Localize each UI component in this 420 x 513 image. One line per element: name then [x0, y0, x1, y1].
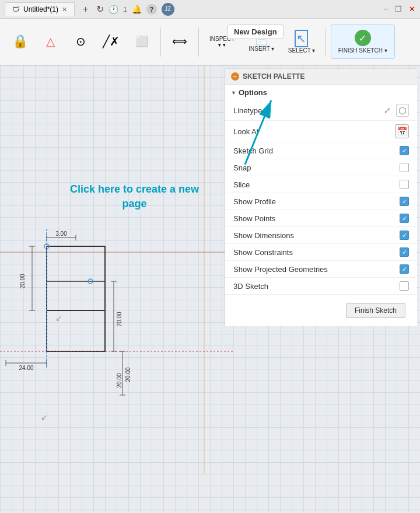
click-here-annotation: Click here to create a new page	[70, 182, 199, 211]
triangle-icon: △	[46, 34, 55, 48]
close-btn[interactable]: ✕	[409, 5, 415, 13]
linetype-label: Linetype	[233, 106, 262, 115]
svg-text:20.00: 20.00	[116, 373, 123, 388]
linetype-icon-1[interactable]: ⤢	[381, 104, 394, 117]
show-points-checkbox[interactable]: ✓	[400, 214, 409, 223]
snap-checkbox[interactable]	[400, 163, 409, 172]
options-section-header[interactable]: ▼ Options	[225, 85, 417, 100]
minimize-btn[interactable]: −	[383, 5, 388, 13]
3d-sketch-control[interactable]	[400, 281, 409, 291]
tooltip-popup: New Design	[228, 25, 284, 39]
rect-btn[interactable]: ⬜	[128, 32, 156, 53]
palette-row-3d-sketch: 3D Sketch	[225, 278, 417, 294]
rect-icon: ⬜	[135, 35, 148, 48]
show-points-label: Show Points	[233, 214, 275, 223]
triangle-btn[interactable]: △	[36, 31, 64, 53]
tab-untitled[interactable]: 🛡 Untitled*(1) ✕	[5, 2, 75, 16]
bell-icon[interactable]: 🔔	[132, 5, 142, 14]
snap-label: Snap	[233, 163, 251, 172]
title-bar: 🛡 Untitled*(1) ✕ + ↻ 🕐 1 🔔 ? JZ − ❐ ✕	[0, 0, 420, 19]
show-profile-checkbox[interactable]: ✓	[400, 197, 409, 206]
palette-row-look-at: Look At 📅	[225, 121, 417, 142]
show-profile-control[interactable]: ✓	[400, 197, 409, 206]
slice-control[interactable]	[400, 180, 409, 189]
measure-btn[interactable]: ⟺	[166, 32, 194, 53]
show-constraints-label: Show Constraints	[233, 248, 293, 257]
tab-icon: 🛡	[12, 5, 20, 14]
3d-sketch-label: 3D Sketch	[233, 282, 268, 291]
show-dimensions-checkbox[interactable]: ✓	[400, 231, 409, 240]
show-constraints-checkbox[interactable]: ✓	[400, 247, 409, 257]
finish-sketch-chevron-icon: ▾	[384, 47, 387, 54]
line-btn[interactable]: ╱✗	[97, 31, 125, 53]
select-label: SELECT ▾	[288, 47, 315, 54]
sketch-grid-checkbox[interactable]: ✓	[400, 146, 409, 155]
finish-sketch-label: FINISH SKETCH ▾	[338, 47, 387, 54]
finish-sketch-toolbar-btn[interactable]: ✓ FINISH SKETCH ▾	[331, 25, 395, 59]
look-at-control[interactable]: 📅	[395, 124, 409, 138]
show-projected-control[interactable]: ✓	[400, 264, 409, 274]
palette-row-show-constraints: Show Constraints ✓	[225, 244, 417, 261]
help-icon[interactable]: ?	[146, 4, 157, 15]
palette-footer: Finish Sketch	[225, 294, 417, 326]
palette-section-options: ▼ Options Linetype ⤢ ⬡ Look At 📅 Sk	[225, 85, 417, 294]
show-dimensions-label: Show Dimensions	[233, 231, 294, 240]
circle-btn[interactable]: ⊙	[66, 31, 94, 53]
show-points-control[interactable]: ✓	[400, 214, 409, 223]
circle-icon: ⊙	[76, 34, 86, 48]
svg-text:20.00: 20.00	[116, 312, 123, 326]
snap-control[interactable]	[400, 163, 409, 172]
toolbar-group-mid: ⟺	[166, 32, 194, 53]
toolbar: New Design 🔒 △ ⊙ ╱✗ ⬜ ⟺ INSPECT ▾ 📄	[0, 19, 420, 65]
tooltip-text: New Design	[234, 27, 277, 36]
user-avatar[interactable]: JZ	[162, 3, 174, 16]
clock-icon: 🕐	[108, 5, 118, 14]
show-constraints-control[interactable]: ✓	[400, 247, 409, 257]
palette-row-snap: Snap	[225, 159, 417, 176]
svg-text:↙: ↙	[55, 313, 62, 323]
slice-checkbox[interactable]	[400, 180, 409, 189]
refresh-icon[interactable]: ↻	[96, 4, 104, 15]
maximize-btn[interactable]: ❐	[395, 5, 402, 13]
options-expand-icon: ▼	[231, 90, 236, 96]
lock-btn[interactable]: 🔒	[6, 30, 34, 54]
insert-chevron-icon: ▾	[271, 46, 274, 52]
finish-sketch-palette-btn[interactable]: Finish Sketch	[346, 303, 405, 318]
main-area: Click here to create a new page TOP	[0, 65, 420, 513]
3d-sketch-checkbox[interactable]	[400, 281, 409, 291]
select-btn[interactable]: ↖ SELECT ▾	[282, 26, 321, 57]
sketch-grid-label: Sketch Grid	[233, 146, 273, 155]
palette-row-show-projected: Show Projected Geometries ✓	[225, 261, 417, 278]
svg-text:↙: ↙	[41, 413, 48, 422]
separator-1	[160, 27, 161, 57]
palette-title: SKETCH PALETTE	[243, 72, 304, 81]
palette-row-slice: Slice	[225, 176, 417, 193]
tab-close-btn[interactable]: ✕	[62, 6, 67, 13]
title-bar-right: − ❐ ✕	[383, 5, 415, 13]
measure-icon: ⟺	[172, 35, 187, 48]
palette-collapse-btn[interactable]: −	[231, 72, 239, 81]
separator-2	[198, 27, 199, 57]
palette-row-sketch-grid: Sketch Grid ✓	[225, 142, 417, 159]
insert-label: INSERT ▾	[249, 46, 274, 52]
palette-row-show-profile: Show Profile ✓	[225, 193, 417, 210]
line-icon: ╱✗	[103, 34, 120, 48]
separator-3	[326, 27, 326, 57]
linetype-icon-2[interactable]: ⬡	[396, 104, 409, 117]
svg-text:20.00: 20.00	[125, 367, 131, 382]
show-profile-label: Show Profile	[233, 197, 276, 206]
svg-rect-3	[47, 246, 105, 310]
linetype-control[interactable]: ⤢ ⬡	[381, 104, 409, 117]
show-projected-checkbox[interactable]: ✓	[400, 264, 409, 274]
show-projected-label: Show Projected Geometries	[233, 265, 328, 274]
new-tab-btn[interactable]: +	[79, 3, 92, 16]
svg-text:3.00: 3.00	[55, 231, 67, 237]
palette-row-show-dimensions: Show Dimensions ✓	[225, 227, 417, 244]
toolbar-group-left: 🔒 △ ⊙ ╱✗ ⬜	[6, 30, 156, 54]
sketch-palette-panel: − SKETCH PALETTE ▼ Options Linetype ⤢ ⬡ …	[225, 68, 417, 326]
palette-header: − SKETCH PALETTE	[225, 69, 417, 85]
sketch-grid-control[interactable]: ✓	[400, 146, 409, 155]
show-dimensions-control[interactable]: ✓	[400, 231, 409, 240]
look-at-icon[interactable]: 📅	[395, 124, 409, 138]
inspect-chevron-icon: ▾	[218, 42, 226, 48]
